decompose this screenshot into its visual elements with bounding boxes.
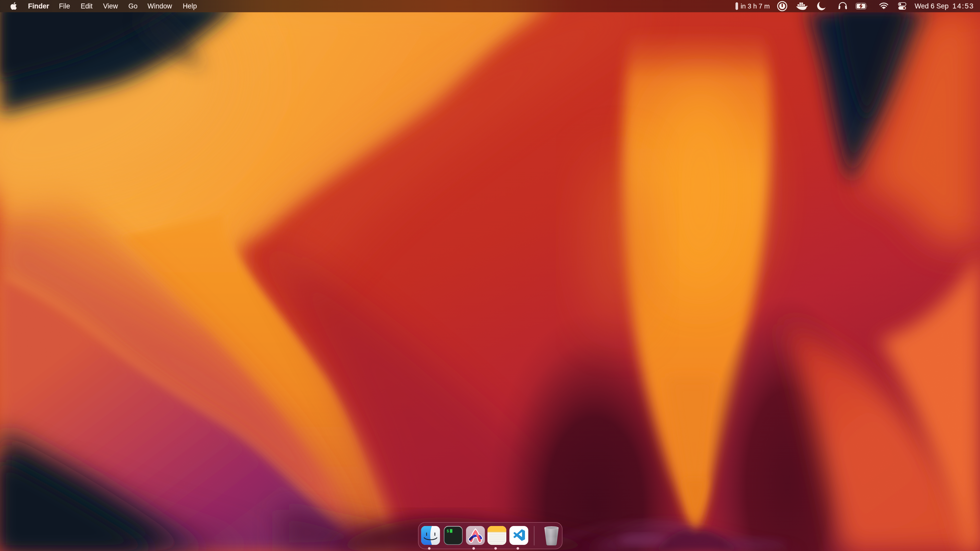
svg-text:$: $	[447, 529, 449, 534]
